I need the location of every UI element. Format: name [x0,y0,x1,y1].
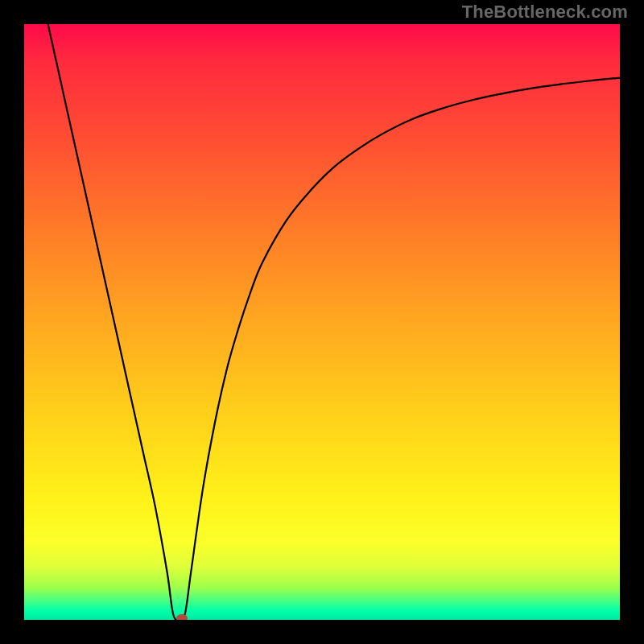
optimum-marker [176,614,188,620]
watermark-text: TheBottleneck.com [462,2,628,23]
chart-frame: TheBottleneck.com [0,0,644,644]
plot-area [24,24,620,620]
bottleneck-curve [24,24,620,620]
